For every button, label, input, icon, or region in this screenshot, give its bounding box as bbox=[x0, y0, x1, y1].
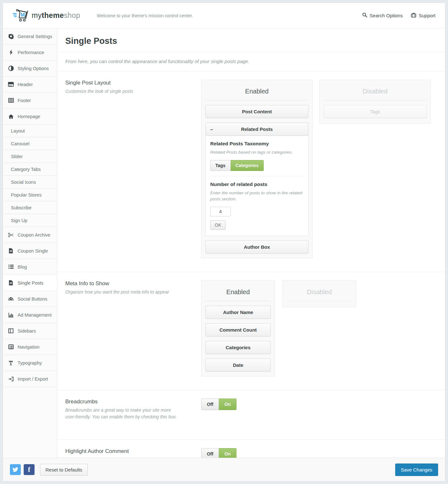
mythemeshop-logo: M mythemeshop bbox=[12, 8, 80, 23]
sidebar-item-label: Typography bbox=[18, 360, 42, 366]
sidebar-item-import-export[interactable]: Import / Export bbox=[3, 371, 57, 387]
sidebar-item-social-icons[interactable]: Social Icons bbox=[3, 176, 57, 189]
sidebar-item-blog[interactable]: Blog bbox=[3, 259, 57, 275]
toggle-off-button[interactable]: Off bbox=[201, 448, 219, 458]
sidebar-item-typography[interactable]: Typography bbox=[3, 355, 57, 371]
sidebar-item-label: Homepage bbox=[18, 114, 40, 119]
disabled-item-tags[interactable]: Tags bbox=[324, 105, 427, 118]
support-link[interactable]: Support bbox=[411, 12, 436, 19]
sidebar-filler bbox=[3, 387, 57, 458]
section-label: Meta Info to Show bbox=[65, 280, 192, 287]
section-highlight-author-comment: Highlight Author Comment Use this button… bbox=[57, 440, 445, 458]
layout-item-author-box[interactable]: Author Box bbox=[205, 240, 308, 254]
taxonomy-categories-button[interactable]: Categories bbox=[231, 160, 264, 171]
toggle-description: Breadcrumbs are a great way to make your… bbox=[65, 407, 180, 420]
toggle-on-button[interactable]: On bbox=[219, 399, 236, 410]
search-options-link[interactable]: Search Options bbox=[362, 12, 403, 19]
related-posts-settings: Related Posts Taxonomy Related Posts bas… bbox=[205, 136, 308, 236]
layout-disabled-panel: Disabled Tags bbox=[319, 80, 431, 124]
facebook-button[interactable]: f bbox=[24, 464, 35, 475]
sidebar-item-label: Social Buttons bbox=[18, 296, 47, 302]
enabled-item-categories[interactable]: Categories bbox=[205, 341, 271, 354]
sidebar-item-navigation[interactable]: Navigation bbox=[3, 339, 57, 355]
sidebar-item-layout[interactable]: Layout bbox=[3, 125, 57, 137]
section-description: Organize how you want the post meta info… bbox=[65, 289, 180, 295]
sidebar-item-label: Sidebars bbox=[18, 328, 36, 334]
table-icon bbox=[8, 98, 14, 103]
enabled-item-author-name[interactable]: Author Name bbox=[205, 306, 271, 319]
search-icon bbox=[362, 12, 367, 19]
sidebar-item-general-settings[interactable]: General Settings bbox=[3, 28, 57, 44]
sidebar-item-carousel[interactable]: Carousel bbox=[3, 137, 57, 150]
top-bar: M mythemeshop Welcome to your theme's mi… bbox=[3, 3, 445, 28]
related-count-input[interactable] bbox=[210, 207, 231, 216]
sidebar-item-coupon-archive[interactable]: Coupon Archive bbox=[3, 227, 57, 243]
sidebar-item-social-buttons[interactable]: Social Buttons bbox=[3, 291, 57, 307]
sidebar-item-coupon-single[interactable]: Coupon Single bbox=[3, 243, 57, 259]
sidebar-item-category-tabs[interactable]: Category Tabs bbox=[3, 163, 57, 176]
ok-button[interactable]: OK bbox=[210, 220, 226, 230]
scissors-icon bbox=[8, 232, 14, 238]
enabled-panel-title: Enabled bbox=[205, 285, 271, 301]
meta-disabled-panel: Disabled bbox=[283, 280, 356, 307]
nav-icon bbox=[8, 344, 14, 349]
sidebar-item-label: Styling Options bbox=[18, 66, 49, 71]
svg-text:M: M bbox=[20, 12, 25, 18]
sidebar-item-ad-management[interactable]: Ad Management bbox=[3, 307, 57, 323]
reset-to-defaults-button[interactable]: Reset to Defaults bbox=[40, 464, 88, 476]
disabled-panel-title: Disabled bbox=[324, 84, 427, 101]
enabled-panel-title: Enabled bbox=[205, 84, 308, 101]
logo-wordmark: mythemeshop bbox=[32, 11, 80, 20]
section-breadcrumbs: Breadcrumbs Breadcrumbs are a great way … bbox=[57, 390, 445, 440]
toggle-on-button[interactable]: On bbox=[219, 448, 236, 458]
layout-item-post-content[interactable]: Post Content bbox=[205, 105, 308, 118]
related-count-description: Enter the number of posts to show in the… bbox=[210, 190, 303, 202]
taxonomy-description: Related Posts based on tags or categorie… bbox=[210, 149, 304, 156]
typography-icon bbox=[8, 360, 14, 366]
sidebar-item-subscribe[interactable]: Subscribe bbox=[3, 201, 57, 214]
enabled-item-date[interactable]: Date bbox=[205, 359, 271, 372]
theme-options-panel: M mythemeshop Welcome to your theme's mi… bbox=[3, 3, 445, 481]
sidebar-item-label: Blog bbox=[18, 264, 27, 270]
home-icon bbox=[8, 114, 14, 119]
sidebar-item-header[interactable]: Header bbox=[3, 77, 57, 93]
sidebar-item-label: Sign Up bbox=[11, 218, 28, 223]
sidebar-item-label: Subscribe bbox=[11, 205, 31, 210]
sidebar-item-sidebars[interactable]: Sidebars bbox=[3, 323, 57, 339]
contrast-icon bbox=[8, 66, 14, 71]
sidebar-item-single-posts[interactable]: Single Posts bbox=[3, 275, 57, 291]
toggle-off-button[interactable]: Off bbox=[201, 399, 219, 410]
header-icon bbox=[8, 82, 14, 87]
section-description: Customize the look of single posts bbox=[65, 88, 180, 95]
toggle-label: Highlight Author Comment bbox=[65, 448, 192, 455]
save-changes-button[interactable]: Save Changes bbox=[395, 464, 438, 476]
sidebar-item-styling-options[interactable]: Styling Options bbox=[3, 60, 57, 77]
settings-sidebar: General SettingsPerformanceStyling Optio… bbox=[3, 28, 57, 458]
sidebar-item-performance[interactable]: Performance bbox=[3, 44, 57, 60]
sidebar-item-sign-up[interactable]: Sign Up bbox=[3, 214, 57, 227]
layout-item-related-posts[interactable]: − Related Posts bbox=[205, 123, 308, 136]
facebook-icon: f bbox=[28, 465, 30, 474]
support-briefcase-icon bbox=[411, 12, 416, 19]
gears-icon bbox=[8, 34, 14, 39]
sidebar-item-slider[interactable]: Slider bbox=[3, 150, 57, 163]
twitter-button[interactable] bbox=[10, 464, 21, 475]
users-icon bbox=[8, 296, 14, 302]
taxonomy-tags-button[interactable]: Tags bbox=[210, 160, 231, 171]
sidebar-item-label: Slider bbox=[11, 154, 23, 159]
sidebar-item-label: Footer bbox=[18, 98, 31, 103]
sidebar-item-homepage[interactable]: Homepage bbox=[3, 109, 57, 125]
twitter-icon bbox=[12, 467, 18, 472]
list-icon bbox=[8, 264, 14, 269]
sidebar-item-popular-stores[interactable]: Popular Stores bbox=[3, 189, 57, 201]
sidebar-item-label: Popular Stores bbox=[11, 192, 42, 198]
sidebar-item-label: Layout bbox=[11, 128, 25, 133]
collapse-toggle-icon[interactable]: − bbox=[210, 126, 213, 132]
cart-logo-icon: M bbox=[12, 8, 28, 23]
related-count-label: Number of related posts bbox=[210, 182, 304, 187]
taxonomy-switcher: Tags Categories bbox=[210, 160, 264, 171]
sidebar-item-label: Header bbox=[18, 82, 33, 87]
enabled-item-comment-count[interactable]: Comment Count bbox=[205, 323, 271, 336]
sidebar-item-footer[interactable]: Footer bbox=[3, 93, 57, 109]
section-label: Single Post Layout bbox=[65, 80, 192, 86]
